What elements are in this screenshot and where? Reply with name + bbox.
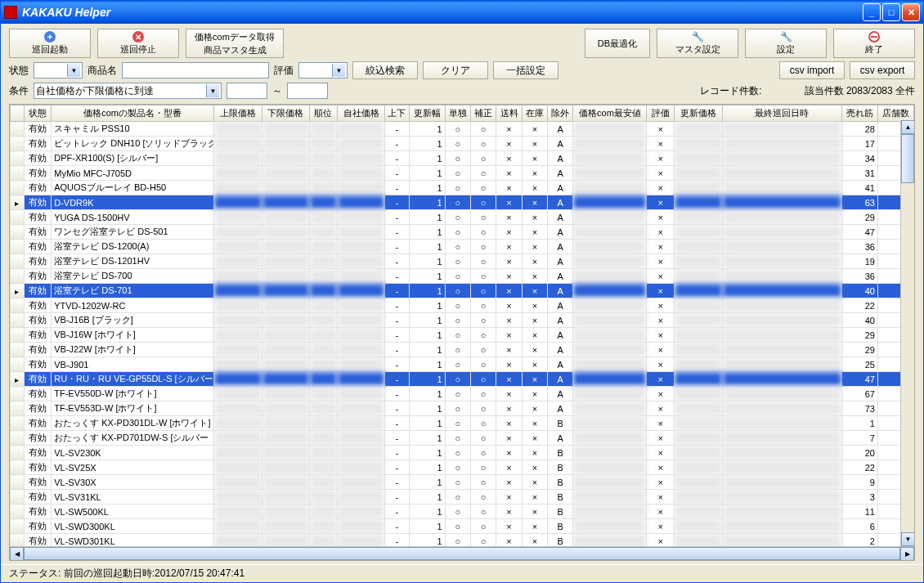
patrol-stop-button[interactable]: ✕ 巡回停止 — [97, 29, 179, 58]
table-row[interactable]: 有効ピットレック DNH10 [ソリッドブラック]-1○○××A×1736 — [11, 137, 914, 151]
column-header[interactable]: 更新幅 — [409, 105, 445, 122]
db-optimize-button[interactable]: DB最適化 — [585, 29, 650, 58]
scroll-right-button[interactable]: ▶ — [900, 547, 914, 561]
table-row[interactable]: 有効TF-EV550D-W [ホワイト]-1○○××A×6730 — [11, 387, 914, 401]
wrench-icon: 🔧 — [692, 31, 703, 43]
scroll-down-button[interactable]: ▼ — [901, 532, 915, 546]
table-row[interactable]: 有効VL-SV25X-1○○××B×228 — [11, 460, 914, 475]
table-row[interactable]: 有効YTVD-1202W-RC-1○○××A×2212 — [11, 298, 914, 313]
table-row[interactable]: 有効浴室テレビ DS-1201HV-1○○××A×1914 — [11, 254, 914, 269]
table-row[interactable]: 有効VL-SV31KL-1○○××B×336 — [11, 490, 914, 505]
table-row[interactable]: 有効VL-SWD300KL-1○○××B×631 — [11, 519, 914, 534]
scroll-left-button[interactable]: ◀ — [10, 547, 24, 561]
grid-table[interactable]: 状態価格comの製品名・型番上限価格下限価格順位自社価格上下更新幅単独補正送料在… — [10, 105, 914, 546]
app-icon — [4, 6, 17, 19]
app-window: KAKAKU Helper _ □ ✕ ＋ 巡回起動 ✕ 巡回停止 価格comデ… — [0, 0, 924, 583]
batch-settings-button[interactable]: 一括設定 — [493, 61, 558, 79]
table-row[interactable]: 有効RU・RU・RU VE-GP55DL-S [シルバー-1○○××A×4712 — [11, 372, 914, 387]
minimize-button[interactable]: _ — [863, 3, 881, 21]
table-row[interactable]: 有効浴室テレビ DS-1200(A)-1○○××A×369 — [11, 240, 914, 254]
table-row[interactable]: 有効AQUOSブルーレイ BD-H50-1○○××A×4120 — [11, 181, 914, 195]
toolbar: ＋ 巡回起動 ✕ 巡回停止 価格comデータ取得 商品マスタ生成 DB最適化 🔧… — [1, 24, 923, 60]
plus-icon: ＋ — [44, 31, 56, 43]
status-label: 状態 — [9, 64, 29, 78]
filter-row-1: 状態 ▼ 商品名 評価 ▼ 絞込検索 クリア 一括設定 csv import c… — [1, 60, 923, 81]
name-label: 商品名 — [87, 64, 117, 78]
table-row[interactable]: 有効VL-SW500KL-1○○××B×1153 — [11, 505, 914, 519]
data-grid: 状態価格comの製品名・型番上限価格下限価格順位自社価格上下更新幅単独補正送料在… — [9, 104, 915, 561]
maximize-button[interactable]: □ — [882, 3, 900, 21]
horizontal-scrollbar[interactable]: ◀ ▶ — [10, 546, 914, 560]
scroll-up-button[interactable]: ▲ — [901, 120, 915, 134]
table-row[interactable]: 有効浴室テレビ DS-701-1○○××A×4013 — [11, 284, 914, 298]
vertical-scrollbar[interactable]: ▲ ▼ — [900, 120, 914, 546]
narrow-search-button[interactable]: 絞込検索 — [352, 61, 418, 79]
column-header[interactable]: 自社価格 — [337, 105, 385, 122]
window-title: KAKAKU Helper — [22, 6, 863, 19]
column-header[interactable]: 上下 — [385, 105, 409, 122]
column-header[interactable]: 価格comの製品名・型番 — [52, 105, 214, 122]
column-header[interactable]: 最終巡回日時 — [722, 105, 841, 122]
column-header[interactable] — [11, 105, 25, 122]
name-input[interactable] — [122, 62, 269, 78]
range-to-input[interactable] — [287, 83, 328, 99]
master-settings-button[interactable]: 🔧 マスタ設定 — [657, 29, 738, 58]
column-header[interactable]: 売れ筋 — [842, 105, 878, 122]
filter-row-2: 条件 自社価格が下限価格に到達▼ ～ レコード件数: 該当件数 2083/208… — [1, 81, 923, 104]
csv-import-button[interactable]: csv import — [779, 61, 845, 79]
column-header[interactable]: 送料 — [496, 105, 522, 122]
column-header[interactable]: 除外 — [548, 105, 573, 122]
column-header[interactable]: 店舗数 — [877, 105, 913, 122]
column-header[interactable]: 下限価格 — [262, 105, 310, 122]
titlebar[interactable]: KAKAKU Helper _ □ ✕ — [1, 1, 923, 24]
table-row[interactable]: 有効おたっくす KX-PD701DW-S [シルバー-1○○××A×747 — [11, 431, 914, 446]
table-row[interactable]: 有効VL-SV30X-1○○××B×925 — [11, 475, 914, 490]
table-row[interactable]: 有効VL-SV230K-1○○××B×2010 — [11, 446, 914, 460]
table-row[interactable]: 有効VB-J901-1○○××A×2514 — [11, 357, 914, 372]
column-header[interactable]: 更新価格 — [674, 105, 722, 122]
column-header[interactable]: 状態 — [24, 105, 51, 122]
table-row[interactable]: 有効浴室テレビ DS-700-1○○××A×3610 — [11, 269, 914, 284]
table-row[interactable]: 有効TF-EV553D-W [ホワイト]-1○○××A×7327 — [11, 401, 914, 416]
exit-button[interactable]: 終了 — [833, 29, 915, 58]
condition-label: 条件 — [9, 84, 29, 98]
table-row[interactable]: 有効VL-SWD301KL-1○○××B×242 — [11, 534, 914, 547]
column-header[interactable]: 順位 — [310, 105, 337, 122]
table-row[interactable]: 有効ワンセグ浴室テレビ DS-501-1○○××A×4713 — [11, 225, 914, 240]
column-header[interactable]: 単独 — [445, 105, 470, 122]
clear-button[interactable]: クリア — [423, 61, 488, 79]
status-text: ステータス: 前回の巡回起動日時:2012/07/15 20:47:41 — [9, 567, 244, 581]
settings-button[interactable]: 🔧 設定 — [745, 29, 827, 58]
data-fetch-button[interactable]: 価格comデータ取得 商品マスタ生成 — [186, 29, 284, 58]
close-button[interactable]: ✕ — [902, 3, 920, 21]
eval-label: 評価 — [274, 64, 294, 78]
column-header[interactable]: 価格com最安値 — [573, 105, 647, 122]
column-header[interactable]: 評価 — [647, 105, 674, 122]
table-row[interactable]: 有効VB-J22W [ホワイト]-1○○××A×298 — [11, 343, 914, 357]
record-count-label: レコード件数: — [700, 84, 761, 98]
table-row[interactable]: 有効YUGA DS-1500HV-1○○××A×298 — [11, 210, 914, 225]
table-row[interactable]: 有効VB-J16W [ホワイト]-1○○××A×299 — [11, 328, 914, 343]
table-row[interactable]: 有効MyMio MFC-J705D-1○○××A×3141 — [11, 166, 914, 181]
patrol-start-button[interactable]: ＋ 巡回起動 — [9, 29, 91, 58]
wrench-icon: 🔧 — [780, 31, 792, 43]
column-header[interactable]: 補正 — [470, 105, 496, 122]
range-from-input[interactable] — [227, 83, 267, 99]
status-combo[interactable]: ▼ — [34, 62, 83, 78]
cross-icon: ✕ — [132, 31, 144, 43]
eval-combo[interactable]: ▼ — [298, 62, 348, 78]
column-header[interactable]: 上限価格 — [214, 105, 262, 122]
csv-export-button[interactable]: csv export — [850, 61, 915, 79]
table-row[interactable]: 有効DPF-XR100(S) [シルバー]-1○○××A×3434 — [11, 151, 914, 166]
statusbar: ステータス: 前回の巡回起動日時:2012/07/15 20:47:41 — [1, 564, 923, 582]
condition-combo[interactable]: 自社価格が下限価格に到達▼ — [34, 83, 222, 99]
tilde-label: ～ — [272, 84, 282, 98]
record-count-value: 該当件数 2083/2083 全件 — [805, 84, 915, 98]
table-row[interactable]: 有効おたっくす KX-PD301DL-W [ホワイト]-1○○××B×114 — [11, 416, 914, 431]
table-row[interactable]: 有効VB-J16B [ブラック]-1○○××A×409 — [11, 313, 914, 328]
stop-icon — [868, 31, 880, 43]
column-header[interactable]: 在庫 — [522, 105, 547, 122]
table-row[interactable]: 有効D-VDR9K-1○○××A×633 — [11, 195, 914, 210]
table-row[interactable]: 有効スキャミル PSS10-1○○××A×2822 — [11, 122, 914, 137]
